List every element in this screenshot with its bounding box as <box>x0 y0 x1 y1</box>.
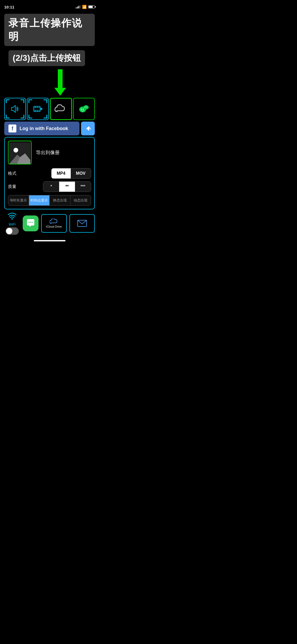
action-buttons-row <box>4 98 95 120</box>
quality-toggle: * ** *** <box>43 181 91 192</box>
subtitle-text: (2/3)点击上传按钮 <box>13 52 81 64</box>
quality-medium[interactable]: ** <box>59 182 75 192</box>
title-box: 录音上传操作说明 <box>4 14 95 46</box>
svg-point-13 <box>84 107 85 108</box>
wifi-icon <box>7 212 17 221</box>
upload-cloud-button[interactable] <box>50 98 72 120</box>
photo-preview-icon <box>9 143 30 164</box>
wechat-button[interactable] <box>73 98 95 120</box>
quality-label: 质量 <box>8 184 21 190</box>
share-icon <box>84 125 91 132</box>
mode-dynamic-appear[interactable]: 动态出现 <box>70 195 91 205</box>
messages-button[interactable] <box>23 215 39 231</box>
wifi-toggle[interactable] <box>6 227 19 235</box>
format-mp4[interactable]: MP4 <box>51 168 71 178</box>
facebook-login-button[interactable]: f Log in with Facebook <box>4 122 79 135</box>
expand-video-button[interactable] <box>27 98 49 120</box>
mode-equal-duration[interactable]: 等时长显示 <box>8 195 29 205</box>
page-title: 录音上传操作说明 <box>8 16 91 43</box>
svg-point-11 <box>83 109 84 110</box>
export-top-row: 导出到像册 <box>8 141 91 164</box>
mode-tabs: 等时长显示 时间点显示 静态出现 动态出现 <box>8 195 91 206</box>
quality-row: 质量 * ** *** <box>8 181 91 192</box>
svg-point-19 <box>12 218 13 220</box>
mode-static-appear[interactable]: 静态出现 <box>50 195 70 205</box>
cloud-upload-icon <box>54 104 68 114</box>
icloud-icon <box>50 219 58 224</box>
quality-high[interactable]: *** <box>75 182 91 192</box>
facebook-login-text: Log in with Facebook <box>20 126 68 131</box>
svg-point-12 <box>83 105 89 109</box>
wifi-status-icon: 📶 <box>82 5 87 9</box>
status-icons: 📶 <box>76 5 95 9</box>
format-mov[interactable]: MOV <box>71 168 91 178</box>
home-indicator <box>34 240 65 241</box>
format-row: 格式 MP4 MOV <box>8 168 91 179</box>
mail-button[interactable] <box>69 214 95 233</box>
quality-low[interactable]: * <box>43 182 59 192</box>
svg-point-20 <box>29 222 30 223</box>
mode-time-point[interactable]: 时间点显示 <box>29 195 50 205</box>
svg-rect-1 <box>34 106 40 112</box>
svg-point-21 <box>30 222 31 223</box>
svg-marker-8 <box>41 108 43 110</box>
messages-icon <box>26 219 35 228</box>
format-toggle: MP4 MOV <box>51 168 91 179</box>
facebook-row: f Log in with Facebook <box>4 122 95 135</box>
signal-icon <box>76 5 81 8</box>
mail-icon <box>77 220 87 227</box>
speaker-icon <box>10 104 20 114</box>
instruction-arrow <box>0 69 99 96</box>
icloud-label: iCloud Drive <box>46 225 62 228</box>
svg-marker-0 <box>12 105 15 112</box>
export-panel: 导出到像册 格式 MP4 MOV 质量 * ** *** 等时长显示 时间点显示… <box>4 137 95 209</box>
svg-point-10 <box>81 109 82 110</box>
film-icon <box>33 104 43 114</box>
svg-point-16 <box>13 148 18 153</box>
wechat-icon <box>77 104 91 114</box>
subtitle-box: (2/3)点击上传按钮 <box>8 50 85 66</box>
wifi-waves-icon <box>7 212 17 219</box>
svg-point-22 <box>32 222 33 223</box>
format-label: 格式 <box>8 171 21 176</box>
facebook-logo: f <box>8 125 16 132</box>
bottom-row: WiFi iCloud Drive <box>4 212 95 235</box>
wifi-section: WiFi <box>4 212 20 235</box>
svg-point-14 <box>86 107 87 108</box>
status-bar: 10:11 📶 <box>0 0 99 12</box>
expand-audio-button[interactable] <box>4 98 26 120</box>
photo-thumbnail <box>8 141 32 164</box>
wifi-label: WiFi <box>9 222 16 226</box>
status-time: 10:11 <box>4 5 14 9</box>
export-to-album-label: 导出到像册 <box>36 149 60 156</box>
icloud-drive-button[interactable]: iCloud Drive <box>41 214 67 233</box>
share-button[interactable] <box>81 122 95 135</box>
battery-icon <box>88 5 95 8</box>
